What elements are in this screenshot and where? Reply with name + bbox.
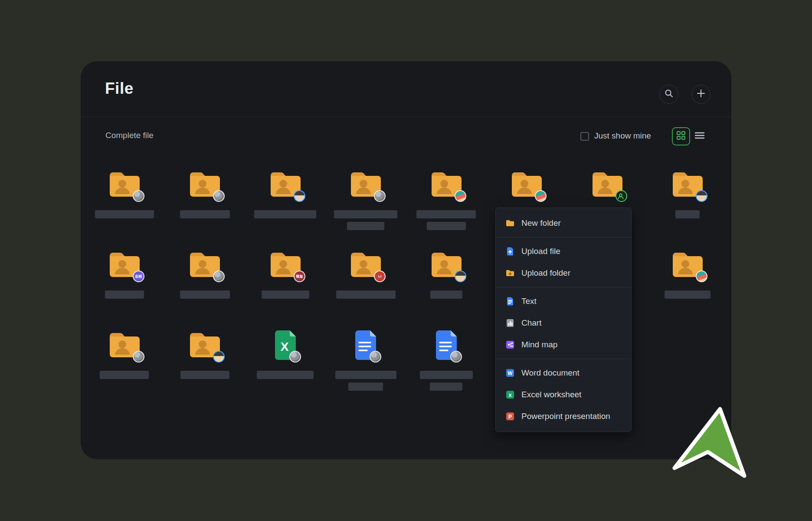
file-name-placeholder (420, 371, 473, 379)
file-name-placeholder (675, 210, 700, 218)
file-item[interactable] (326, 168, 406, 249)
folder-icon (187, 168, 222, 200)
file-item[interactable] (165, 329, 246, 409)
file-item[interactable] (245, 168, 326, 249)
file-item[interactable] (84, 168, 165, 249)
file-name-placeholder (180, 290, 230, 299)
file-item[interactable]: LI (326, 249, 406, 329)
file-name-placeholder (336, 290, 396, 299)
folder-icon: 志程 (107, 249, 142, 280)
folder-icon (670, 168, 705, 200)
powerpoint-icon: P (505, 412, 515, 421)
doc-icon (433, 329, 459, 360)
file-item[interactable]: X (245, 329, 326, 409)
svg-text:P: P (508, 414, 512, 420)
menu-divider (496, 237, 631, 237)
grid-view-button[interactable] (672, 127, 690, 145)
list-view-icon (694, 131, 705, 142)
menu-item-mind-map[interactable]: Mind map (496, 334, 631, 356)
word-icon: W (505, 368, 515, 378)
menu-item-label: Upload file (521, 247, 560, 256)
file-item[interactable]: 志程 (84, 249, 165, 329)
avatar-cat (289, 351, 301, 363)
avatar-boy (294, 190, 305, 202)
menu-item-upload-file[interactable]: Upload file (496, 241, 631, 262)
file-name-placeholder (262, 290, 309, 299)
file-name-placeholder (430, 383, 462, 391)
menu-item-new-folder[interactable]: New folder (496, 212, 631, 234)
file-name-placeholder (665, 290, 710, 299)
folder-icon (348, 168, 383, 200)
folder-icon (590, 168, 625, 200)
menu-divider (496, 359, 631, 359)
avatar-cat (370, 351, 381, 363)
file-name-placeholder (180, 210, 230, 218)
folder-icon (429, 168, 464, 200)
file-item[interactable] (84, 329, 165, 409)
menu-item-label: Upload folder (521, 268, 570, 278)
file-item[interactable] (648, 168, 728, 249)
menu-item-label: Chart (521, 318, 541, 328)
search-icon (665, 89, 673, 99)
avatar-cat (374, 190, 386, 202)
file-name-placeholder (427, 222, 466, 230)
file-name-placeholder (416, 210, 476, 218)
svg-text:X: X (280, 340, 288, 353)
file-item[interactable] (165, 168, 246, 249)
avatar-cat (133, 351, 144, 363)
avatar-boy (213, 351, 225, 363)
add-button[interactable] (691, 85, 710, 104)
just-show-mine-checkbox[interactable] (580, 132, 589, 141)
file-name-placeholder (254, 210, 316, 218)
menu-item-upload-folder[interactable]: Upload folder (496, 262, 631, 284)
avatar-cat (213, 190, 225, 202)
folder-icon (509, 168, 544, 200)
menu-item-label: Text (521, 297, 537, 306)
file-item[interactable] (326, 329, 406, 409)
avatar-girl (535, 190, 547, 202)
file-item[interactable] (648, 249, 728, 329)
doc-icon (353, 329, 379, 360)
mind-map-icon (505, 340, 515, 350)
list-view-button[interactable] (693, 131, 706, 142)
file-item[interactable] (406, 168, 487, 249)
svg-text:x: x (509, 392, 512, 398)
folder-icon: 视短 (268, 249, 303, 280)
menu-item-word[interactable]: WWord document (496, 362, 631, 384)
file-name-placeholder (430, 290, 462, 299)
avatar-label: 视短 (294, 270, 305, 282)
chart-icon (505, 318, 515, 328)
folder-icon: LI (348, 249, 383, 280)
plus-icon (697, 89, 705, 99)
menu-item-powerpoint[interactable]: PPowerpoint presentation (496, 406, 631, 427)
avatar-label: LI (374, 270, 386, 282)
menu-item-label: Word document (521, 368, 580, 378)
search-button[interactable] (659, 85, 678, 104)
file-item[interactable] (165, 249, 246, 329)
menu-item-excel[interactable]: xExcel worksheet (496, 384, 631, 406)
excel-icon: x (505, 390, 515, 399)
excel-icon: X (272, 329, 298, 360)
just-show-mine-label[interactable]: Just show mine (594, 131, 651, 141)
avatar-cat (133, 190, 144, 202)
file-name-placeholder (335, 371, 396, 379)
menu-divider (496, 287, 631, 287)
section-label: Complete file (105, 131, 154, 140)
file-item[interactable]: 视短 (245, 249, 326, 329)
file-name-placeholder (95, 210, 154, 218)
folder-icon (187, 249, 222, 280)
avatar-label: 志程 (133, 270, 144, 282)
file-item[interactable] (406, 249, 487, 329)
file-name-placeholder (347, 222, 384, 230)
file-item[interactable] (406, 329, 487, 409)
upload-folder-icon (505, 268, 515, 278)
menu-item-text-doc[interactable]: Text (496, 290, 631, 312)
file-name-placeholder (257, 371, 314, 379)
file-name-placeholder (348, 383, 383, 391)
avatar-girl (455, 190, 466, 202)
folder-icon (107, 168, 142, 200)
avatar-share (616, 190, 627, 202)
file-name-placeholder (180, 371, 229, 379)
grid-view-icon (676, 131, 686, 142)
menu-item-chart[interactable]: Chart (496, 312, 631, 334)
